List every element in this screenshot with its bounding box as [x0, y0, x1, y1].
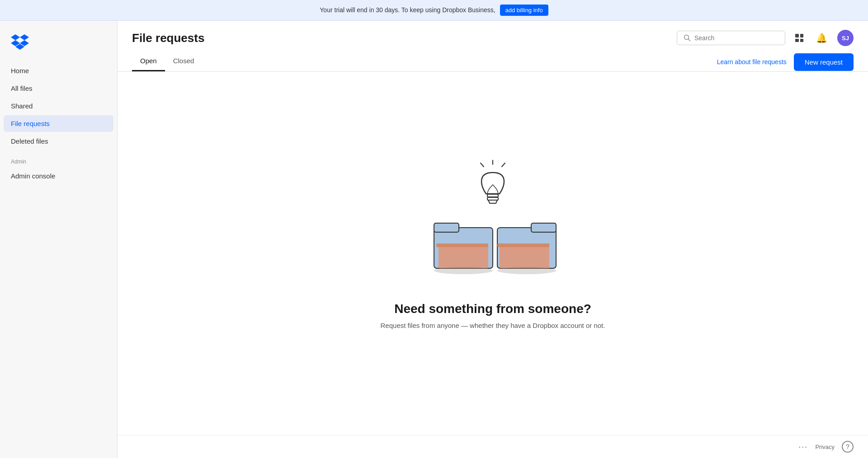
header-actions: 🔔 SJ — [677, 30, 854, 46]
page-title: File requests — [132, 31, 204, 45]
svg-rect-8 — [531, 223, 556, 232]
svg-rect-5 — [436, 243, 488, 247]
privacy-link[interactable]: Privacy — [815, 444, 835, 450]
sidebar-item-file-requests[interactable]: File requests — [4, 115, 113, 132]
sidebar-item-admin-console[interactable]: Admin console — [4, 168, 113, 184]
sidebar-logo — [0, 28, 117, 62]
sidebar-item-shared[interactable]: Shared — [4, 98, 113, 114]
tab-open[interactable]: Open — [132, 52, 165, 71]
grid-view-button[interactable] — [793, 31, 806, 45]
svg-rect-4 — [439, 246, 488, 268]
help-icon: ? — [846, 443, 849, 450]
tabs-row: Open Closed Learn about file requests Ne… — [118, 51, 868, 72]
admin-nav: Admin console — [0, 168, 117, 184]
learn-about-file-requests-link[interactable]: Learn about file requests — [717, 58, 787, 65]
svg-rect-15 — [487, 194, 498, 197]
svg-point-11 — [497, 267, 556, 274]
tabs: Open Closed — [132, 52, 202, 71]
search-bar[interactable] — [677, 31, 785, 45]
sidebar-nav: Home All files Shared File requests Dele… — [0, 62, 117, 150]
help-button[interactable]: ? — [842, 441, 854, 453]
search-icon — [684, 34, 691, 42]
empty-state-title: Need something from someone? — [394, 302, 591, 316]
svg-line-13 — [502, 163, 505, 167]
avatar-initials: SJ — [842, 35, 849, 42]
notifications-button[interactable]: 🔔 — [813, 30, 830, 46]
empty-illustration — [416, 160, 570, 291]
svg-rect-9 — [500, 246, 549, 268]
sidebar-item-all-files[interactable]: All files — [4, 80, 113, 97]
svg-rect-3 — [434, 223, 459, 232]
empty-state-subtitle: Request files from anyone — whether they… — [381, 322, 605, 329]
grid-icon — [795, 34, 803, 42]
svg-line-14 — [481, 163, 484, 167]
tab-closed[interactable]: Closed — [165, 52, 203, 71]
avatar[interactable]: SJ — [837, 30, 854, 46]
svg-point-6 — [434, 267, 493, 274]
empty-state: Need something from someone? Request fil… — [118, 72, 868, 435]
dropbox-logo-icon — [11, 32, 29, 50]
add-billing-button[interactable]: add billing info — [500, 5, 548, 16]
trial-message: Your trial will end in 30 days. To keep … — [320, 6, 495, 14]
bell-icon: 🔔 — [816, 33, 827, 43]
main-header: File requests 🔔 — [118, 21, 868, 51]
svg-rect-10 — [497, 243, 549, 247]
sidebar-item-home[interactable]: Home — [4, 62, 113, 79]
main-footer: ··· Privacy ? — [118, 435, 868, 458]
admin-section-label: Admin — [0, 150, 117, 168]
new-request-button[interactable]: New request — [794, 53, 854, 71]
sidebar: Home All files Shared File requests Dele… — [0, 21, 118, 458]
sidebar-item-deleted-files[interactable]: Deleted files — [4, 133, 113, 150]
tabs-right: Learn about file requests New request — [717, 53, 854, 71]
svg-rect-16 — [487, 197, 498, 200]
footer-more-button[interactable]: ··· — [798, 442, 808, 452]
main-content: File requests 🔔 — [118, 21, 868, 458]
svg-line-1 — [689, 39, 690, 41]
trial-banner: Your trial will end in 30 days. To keep … — [0, 0, 868, 21]
search-input[interactable] — [694, 34, 778, 42]
